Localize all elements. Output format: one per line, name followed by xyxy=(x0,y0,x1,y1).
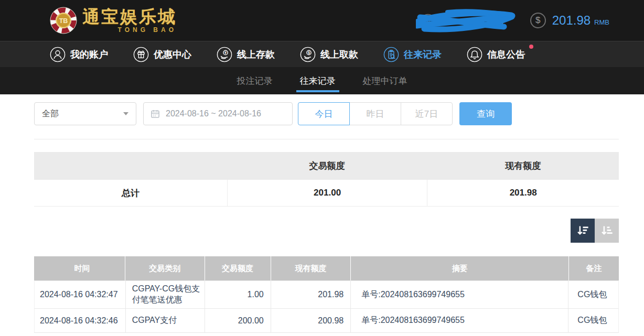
withdraw-icon: $ xyxy=(300,47,316,62)
cell-summary: 单号:202408163699749655 xyxy=(351,309,568,332)
site-logo[interactable]: TB 通宝娱乐城 TONG BAO xyxy=(50,7,177,34)
username-area[interactable]: C g 20 xyxy=(416,5,516,36)
date-range-input[interactable]: 2024-08-16 ~ 2024-08-16 xyxy=(143,102,293,125)
tab-processing-orders[interactable]: 处理中订单 xyxy=(361,67,409,94)
summary-col-amount: 交易额度 xyxy=(227,152,427,180)
svg-text:TB: TB xyxy=(59,17,68,25)
summary-total-amount: 201.00 xyxy=(227,180,427,206)
logo-subtitle: TONG BAO xyxy=(82,26,177,34)
sort-descending-button[interactable] xyxy=(571,219,595,243)
nav-item-transaction-records[interactable]: 往来记录 xyxy=(383,47,442,62)
summary-col-balance: 现有额度 xyxy=(427,152,619,180)
redaction-scribble xyxy=(416,5,516,36)
cell-amount: 200.00 xyxy=(205,309,271,332)
user-icon xyxy=(50,47,66,62)
cell-remark: CG钱包 xyxy=(568,309,618,332)
type-select[interactable]: 全部 xyxy=(34,102,136,125)
summary-total-balance: 201.98 xyxy=(427,180,619,206)
cell-balance: 201.98 xyxy=(271,281,351,308)
type-select-value: 全部 xyxy=(42,109,59,120)
cell-remark: CG钱包 xyxy=(568,281,618,308)
sort-asc-icon xyxy=(600,224,614,238)
summary-table-header: 交易额度 现有额度 xyxy=(34,152,619,180)
cell-summary: 单号:202408163699749655 xyxy=(351,281,568,308)
nav-item-my-account[interactable]: 我的账户 xyxy=(50,47,108,62)
balance-currency: RMB xyxy=(594,18,609,26)
quick-range-group: 今日 昨日 近7日 xyxy=(298,102,453,125)
table-row: 2024-08-16 04:32:47 CGPAY-CG钱包支付笔笔送优惠 1.… xyxy=(34,280,619,308)
records-icon xyxy=(383,47,399,62)
nav-item-deposit[interactable]: ¥ 线上存款 xyxy=(217,47,275,62)
col-amount: 交易额度 xyxy=(205,256,271,280)
gift-icon xyxy=(133,47,149,62)
balance-display[interactable]: $ 201.98 RMB xyxy=(530,13,609,28)
col-balance: 现有额度 xyxy=(271,256,351,280)
top-header: TB 通宝娱乐城 TONG BAO C g 20 $ 201.98 RMB xyxy=(0,0,644,41)
sort-ascending-button[interactable] xyxy=(595,219,619,243)
nav-item-withdraw[interactable]: $ 线上取款 xyxy=(300,47,358,62)
table-row: 2024-08-16 04:32:46 CGPAY支付 200.00 200.9… xyxy=(34,308,619,332)
deposit-icon: ¥ xyxy=(217,47,232,62)
dollar-circle-icon: $ xyxy=(530,13,546,28)
tab-betting-records[interactable]: 投注记录 xyxy=(235,67,274,94)
main-nav: 我的账户 优惠中心 ¥ 线上存款 $ 线上取款 xyxy=(0,41,644,67)
cell-amount: 1.00 xyxy=(205,281,271,308)
chevron-down-icon xyxy=(123,112,128,115)
summary-total-row: 总计 201.00 201.98 xyxy=(34,180,619,207)
cell-type: CGPAY-CG钱包支付笔笔送优惠 xyxy=(126,281,205,308)
summary-total-label: 总计 xyxy=(34,180,227,206)
casino-chip-icon: TB xyxy=(50,7,77,34)
filter-row: 全部 2024-08-16 ~ 2024-08-16 今日 昨日 近7日 查询 xyxy=(34,102,619,125)
summary-table: 交易额度 现有额度 总计 201.00 201.98 xyxy=(34,152,619,207)
quick-range-today[interactable]: 今日 xyxy=(298,102,350,125)
calendar-icon xyxy=(150,109,160,119)
logo-text: 通宝娱乐城 TONG BAO xyxy=(82,8,177,34)
balance-amount: 201.98 xyxy=(552,13,591,28)
col-summary: 摘要 xyxy=(351,256,569,280)
summary-col-empty xyxy=(34,152,227,180)
cell-type: CGPAY支付 xyxy=(126,309,205,332)
col-remark: 备注 xyxy=(569,256,619,280)
query-button[interactable]: 查询 xyxy=(459,102,512,125)
cell-time: 2024-08-16 04:32:46 xyxy=(35,309,126,332)
date-range-value: 2024-08-16 ~ 2024-08-16 xyxy=(166,109,261,118)
section-divider xyxy=(34,139,619,139)
bell-icon xyxy=(467,47,482,62)
sort-controls xyxy=(0,219,619,243)
nav-item-promotions[interactable]: 优惠中心 xyxy=(133,47,191,62)
records-table: 时间 交易类别 交易额度 现有额度 摘要 备注 2024-08-16 04:32… xyxy=(34,256,619,333)
logo-title: 通宝娱乐城 xyxy=(82,8,177,25)
cell-balance: 200.98 xyxy=(271,309,351,332)
col-time: 时间 xyxy=(34,256,125,280)
col-type: 交易类别 xyxy=(125,256,205,280)
cell-time: 2024-08-16 04:32:47 xyxy=(35,281,126,308)
notification-dot xyxy=(529,45,533,49)
quick-range-yesterday[interactable]: 昨日 xyxy=(349,102,401,125)
svg-text:¥: ¥ xyxy=(224,50,227,54)
sub-tabs: 投注记录 往来记录 处理中订单 xyxy=(0,67,644,94)
nav-item-announcements[interactable]: 信息公告 xyxy=(467,47,525,62)
records-table-header: 时间 交易类别 交易额度 现有额度 摘要 备注 xyxy=(34,256,619,280)
quick-range-7days[interactable]: 近7日 xyxy=(401,102,453,125)
sort-desc-icon xyxy=(576,224,590,238)
tab-transaction-records[interactable]: 往来记录 xyxy=(298,67,337,94)
